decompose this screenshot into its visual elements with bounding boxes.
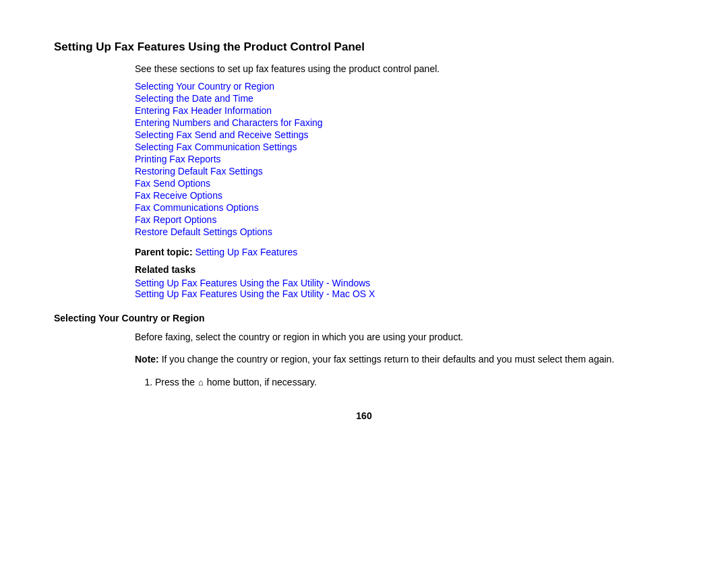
link-entering-numbers[interactable]: Entering Numbers and Characters for Faxi… (135, 117, 674, 128)
intro-text: See these sections to set up fax feature… (135, 63, 674, 74)
link-selecting-country[interactable]: Selecting Your Country or Region (135, 81, 674, 92)
step1-suffix: home button, if necessary. (207, 377, 317, 387)
related-task-link-windows[interactable]: Setting Up Fax Features Using the Fax Ut… (135, 278, 674, 288)
links-list: Selecting Your Country or Region Selecti… (135, 81, 674, 237)
note-body: If you change the country or region, you… (159, 354, 615, 365)
section-title: Selecting Your Country or Region (54, 313, 674, 323)
link-selecting-date-time[interactable]: Selecting the Date and Time (135, 93, 674, 104)
steps-list: Press the ⌂ home button, if necessary. (155, 375, 674, 390)
parent-topic-row: Parent topic: Setting Up Fax Features (135, 247, 674, 257)
related-tasks-label: Related tasks (135, 264, 674, 275)
link-restoring-defaults[interactable]: Restoring Default Fax Settings (135, 166, 674, 177)
link-fax-communications-options[interactable]: Fax Communications Options (135, 202, 674, 213)
home-icon: ⌂ (198, 376, 204, 390)
page-main-title: Setting Up Fax Features Using the Produc… (54, 40, 674, 54)
page-number: 160 (54, 410, 674, 421)
link-selecting-communication[interactable]: Selecting Fax Communication Settings (135, 142, 674, 152)
parent-topic-link[interactable]: Setting Up Fax Features (195, 247, 297, 257)
link-entering-fax-header[interactable]: Entering Fax Header Information (135, 105, 674, 116)
note-block: Note: If you change the country or regio… (135, 352, 674, 367)
page-container: Setting Up Fax Features Using the Produc… (0, 0, 728, 562)
link-restore-default-options[interactable]: Restore Default Settings Options (135, 226, 674, 237)
link-printing-reports[interactable]: Printing Fax Reports (135, 154, 674, 164)
step1-prefix: Press the (155, 377, 195, 387)
parent-topic-label: Parent topic: (135, 247, 193, 257)
related-tasks-section: Related tasks Setting Up Fax Features Us… (135, 264, 674, 299)
section-intro: Before faxing, select the country or reg… (135, 330, 674, 344)
note-bold-label: Note: (135, 354, 159, 365)
step-1: Press the ⌂ home button, if necessary. (155, 375, 674, 390)
link-fax-receive-options[interactable]: Fax Receive Options (135, 190, 674, 201)
link-selecting-send-receive[interactable]: Selecting Fax Send and Receive Settings (135, 129, 674, 140)
link-fax-report-options[interactable]: Fax Report Options (135, 214, 674, 225)
related-task-link-mac[interactable]: Setting Up Fax Features Using the Fax Ut… (135, 288, 674, 299)
link-fax-send-options[interactable]: Fax Send Options (135, 178, 674, 189)
